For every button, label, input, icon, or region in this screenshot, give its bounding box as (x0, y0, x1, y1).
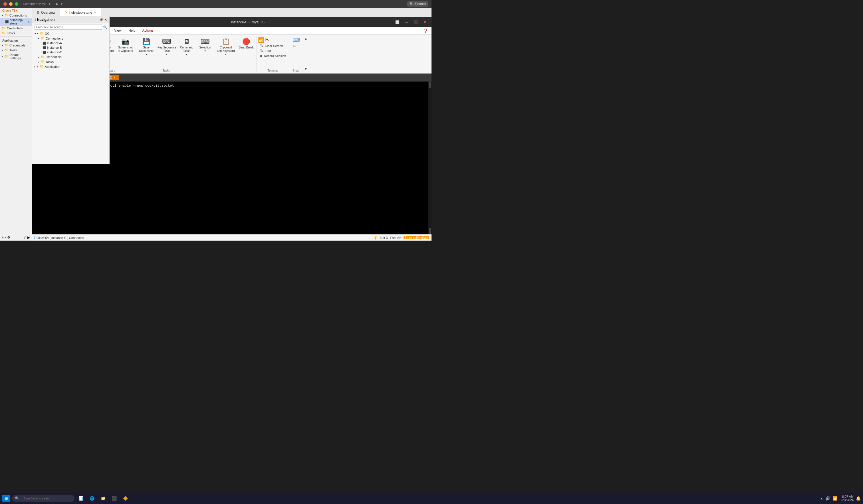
minimize-button[interactable] (9, 2, 13, 6)
nav-pin-icon[interactable]: 📌 (99, 18, 103, 22)
terminal-group: 📶 ✂ 🔍 Clear Screen 🔍 Find ⏺ (257, 36, 289, 72)
minus-icon[interactable]: - (5, 235, 6, 240)
nav-item-credentials[interactable]: ▸ 📁 Credentials (32, 54, 109, 59)
nav-application-label: Application (45, 65, 60, 68)
save-screenshot-button[interactable]: 💾 SaveScreenshot ▼ (137, 37, 155, 57)
chrome-min-icon[interactable]: ─ (403, 20, 410, 25)
help-icon[interactable]: ❓ (421, 27, 430, 34)
nav-item-application[interactable]: ▸ ▸ 📁 Application (32, 64, 109, 69)
tab-overview-label: Overview (41, 11, 55, 14)
folder-icon-ds: 📁 (4, 55, 8, 59)
record-icon: ⏺ (260, 54, 263, 57)
scroll-up-icon[interactable]: ▲ (304, 37, 308, 41)
restore-icon[interactable]: ⬜ (393, 20, 401, 25)
close-button[interactable] (3, 2, 7, 6)
ribbon-tab-actions[interactable]: Actions (139, 27, 157, 34)
nav-search-icon[interactable]: 🔍 (103, 25, 107, 29)
oci-expand2-icon: ▾ (37, 32, 38, 35)
clipboard-keyboard-button[interactable]: 📋 Clipboardand Keyboard ▼ (215, 37, 236, 57)
sidebar-item-hub-step-stone[interactable]: ⬛ hub-step-stone ⬆ (0, 18, 32, 26)
clipboard-keyboard-icon: 📋 (222, 38, 230, 45)
nav-item-tasks[interactable]: ▸ 📁 Tasks (32, 59, 109, 64)
tab-overview[interactable]: ⊞ Overview (32, 8, 60, 17)
conn-icon: ⬛ (5, 20, 9, 23)
settings-icon[interactable]: ⚙ (7, 235, 10, 240)
status-page: 3 of 3 (380, 236, 388, 240)
forward-icon[interactable]: ▶ (27, 235, 30, 240)
oci-expand-icon: ▾ (35, 32, 36, 35)
status-right: 💡 3 of 3 Free Sh 3 new notifications (374, 236, 429, 240)
sidebar-item-app-credentials[interactable]: ▸ 📁 Credentials (0, 43, 32, 48)
chrome-close-icon[interactable]: ✕ (422, 20, 428, 25)
notification-count: 3 new notifications (403, 236, 429, 239)
nav-item-instance-a[interactable]: ⬛ instance-A (32, 41, 109, 45)
record-session-button[interactable]: ⏺ Record Session (258, 54, 288, 58)
sidebar: Oracle TSX ▾ 📁 Connections ⬛ hub-step-st… (0, 8, 32, 241)
tab-close-icon[interactable]: ✕ (94, 11, 96, 14)
selection-group-items: ⌨ Selection ▼ (198, 36, 213, 54)
tasks-expand-icon: ▸ (38, 61, 39, 63)
sidebar-item-connections[interactable]: ▾ 📁 Connections (0, 13, 32, 18)
play-chevron-icon[interactable]: ▼ (61, 2, 63, 6)
screenshot-clipboard-button[interactable]: 📷 Screenshotto Clipboard (116, 37, 135, 57)
folder-icon-app-credentials: 📁 (4, 43, 8, 47)
ribbon-tab-view[interactable]: View (111, 27, 125, 34)
nav-item-connections[interactable]: ▾ 📁 Connections (32, 36, 109, 41)
scroll-thumb-up[interactable] (429, 82, 431, 88)
chrome-max-icon[interactable]: ⬛ (412, 20, 420, 25)
save-screenshot-icon: 💾 (142, 38, 150, 45)
screenshot-label: Screenshotto Clipboard (117, 46, 133, 53)
nav-search-input[interactable] (35, 25, 102, 30)
term-tab-close-icon[interactable]: ✕ (113, 76, 116, 79)
search-bar[interactable]: 🔍 Search (407, 1, 428, 7)
nav-close-icon[interactable]: ✕ (104, 18, 107, 22)
sidebar-item-default-settings[interactable]: ▸ 📁 Default Settings (0, 52, 32, 61)
ribbon-tab-help[interactable]: Help (125, 27, 139, 34)
sidebar-item-tasks[interactable]: 📁 Tasks (0, 30, 32, 35)
terminal-scrollbar[interactable] (428, 81, 432, 234)
nav-tasks-label: Tasks (46, 60, 54, 64)
sidebar-item-credentials[interactable]: 📁 Credentials (0, 26, 32, 30)
scroll-down-icon[interactable]: ▼ (304, 67, 308, 71)
find-button[interactable]: 🔍 Find (258, 49, 288, 53)
input-group: ⌨ ✂ Input (289, 36, 303, 72)
chevron-down-icon[interactable]: ▼ (48, 2, 51, 6)
folder-icon-credentials: 📁 (2, 26, 6, 30)
selection-button[interactable]: ⌨ Selection ▼ (198, 37, 213, 54)
key-sequence-button[interactable]: ⌨ Key SequenceTasks ▼ (156, 37, 178, 57)
chrome-right: ⬜ ─ ⬛ ✕ (393, 20, 428, 25)
status-bulb-icon: 💡 (374, 236, 377, 240)
add-icon[interactable]: + (2, 235, 4, 240)
ck-dropdown-icon: ▼ (225, 53, 227, 56)
save-screenshot-label: SaveScreenshot (139, 46, 153, 53)
sidebar-tasks-label: Tasks (7, 31, 15, 35)
maximize-button[interactable] (15, 2, 18, 6)
send-break-button[interactable]: 🛑 Send Break (237, 37, 255, 57)
conn-expand-icon: ▾ (38, 37, 39, 40)
selection-dropdown-icon: ▼ (204, 50, 206, 52)
oci-folder-icon: 📁 (40, 31, 44, 35)
tasks-label: Tasks (162, 68, 170, 72)
clipboard-keyboard-label: Clipboardand Keyboard (217, 46, 235, 53)
tab-hub-step-stone[interactable]: ✕ hub-step-stone ✕ (60, 8, 101, 17)
nav-item-instance-b[interactable]: ⬛ instance-B (32, 45, 109, 50)
sidebar-item-app-tasks[interactable]: ▸ 📁 Tasks (0, 48, 32, 52)
nav-item-oci[interactable]: ▾ ▾ 📁 OCI (32, 31, 109, 36)
wifi-icon: 📶 (258, 37, 264, 43)
main-content: ⊞ Overview ✕ hub-step-stone ✕ 🔶 💾 📋 ▼ Te… (32, 8, 432, 241)
send-break-icon: 🛑 (242, 38, 250, 45)
nav-header: ℹ Navigation 📌 ✕ (32, 16, 109, 23)
scroll-thumb-down[interactable] (429, 228, 431, 234)
clear-screen-button[interactable]: 🔍 Clear Screen (258, 43, 288, 48)
command-tasks-button[interactable]: 🖥 CommandTasks ▼ (178, 37, 195, 57)
keyboard-group-items: 📋 Clipboardand Keyboard ▼ 🛑 Send Break (215, 36, 255, 57)
nav-title-area: ℹ Navigation (35, 18, 54, 22)
nav-item-instance-c[interactable]: ⬛ instance-C (32, 50, 109, 54)
play-icon[interactable]: ▶ (55, 2, 58, 6)
expand-icon[interactable]: ⤢ (23, 235, 26, 240)
key-label: Key SequenceTasks (158, 46, 176, 53)
tasks-group: 💾 SaveScreenshot ▼ ⌨ Key SequenceTasks ▼… (136, 36, 196, 72)
selection-group: ⌨ Selection ▼ (196, 36, 214, 72)
ic-conn-icon: ⬛ (42, 51, 46, 54)
command-dropdown-icon: ▼ (186, 53, 188, 56)
